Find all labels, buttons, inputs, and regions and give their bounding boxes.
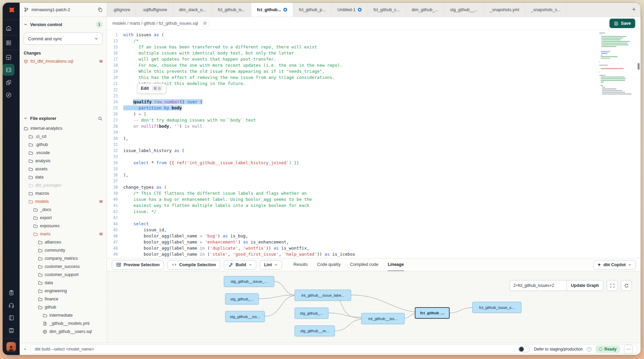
branch-selector[interactable]: mirnawong1-patch-2 [20,3,107,17]
windows-icon[interactable] [3,77,14,88]
tree-folder-item[interactable]: community [24,246,103,254]
code-line[interactable]: 1with issues as ( [107,32,641,38]
tree-folder-item[interactable]: customer_success [24,262,103,271]
headset-icon[interactable] [5,299,17,311]
tree-file-item[interactable]: _github__models.yml [24,319,103,328]
tree-folder-item[interactable]: finance [24,295,103,303]
code-line[interactable]: 44 select [107,221,641,227]
editor-tab[interactable]: stg_github__... [444,3,484,17]
stack-icon[interactable] [3,37,14,48]
code-line[interactable]: 49 boolor_agg(label_name in ('stale', 'g… [107,251,641,257]
storefront-icon[interactable] [5,324,17,336]
code-line[interactable]: 19 While this prevents the old issue fro… [107,68,641,75]
editor-tab[interactable]: .sqlfluffignore [136,3,173,17]
code-line[interactable]: 40 issue has a bug or enhancement label.… [107,196,641,203]
compass-icon[interactable] [3,89,14,101]
tree-folder-item[interactable]: engineering [24,287,103,295]
code-line[interactable]: 43 [107,215,641,221]
code-line[interactable]: 27 -- don't try deduping issues with no … [107,117,641,123]
changed-file-item[interactable]: fct_dbt_invocations.sql M [24,59,103,64]
tree-folder-item[interactable]: data [24,173,103,181]
lineage-node[interactable]: int_github__issue_labe... [295,290,351,301]
lineage-selector-input[interactable] [510,280,566,291]
code-line[interactable]: 47 boolor_agg(label_name = 'enhancement'… [107,239,641,245]
tree-folder-item[interactable]: dbt_packages [24,181,103,189]
tree-folder-item[interactable]: export [24,214,103,222]
editor-tab[interactable]: fct_github_c... [368,3,406,17]
refresh-icon[interactable] [621,280,632,291]
editor-tab[interactable]: .gitignore [107,3,136,17]
code-line[interactable]: 21 Let's revisit this modeling in the fu… [107,81,641,87]
code-line[interactable]: 38change_types as ( [107,184,641,190]
panel-tab-results[interactable]: Results [294,258,308,271]
code-line[interactable]: 34 select * from {{ ref('int_github__iss… [107,160,641,166]
editor-tab[interactable]: _snapshots_s... [525,3,567,17]
lineage-node[interactable]: stg_github__iss... [225,311,265,322]
code-line[interactable]: 32issue_label_history as ( [107,148,641,154]
home-icon[interactable] [3,22,14,34]
panel-tab-code-quality[interactable]: Code quality [317,258,341,271]
grid-icon[interactable] [3,51,14,63]
tree-folder-item[interactable]: alliances [24,238,103,246]
code-line[interactable]: 26 ) = 1 [107,111,641,117]
minimap[interactable] [599,33,635,144]
clipboard-icon[interactable] [5,287,17,298]
tree-folder-item[interactable]: internal-analytics [24,124,103,132]
dbt-copilot-button[interactable]: ✦ dbt Copilot [593,260,636,270]
tree-folder-item[interactable]: macros [24,189,103,197]
editor-tab[interactable]: fct_github... [251,3,293,17]
editor-tab[interactable]: dim_github_... [406,3,445,17]
code-line[interactable]: 22 [107,87,641,93]
code-line[interactable]: 18 For now, choose the one with more rec… [107,62,641,68]
tree-folder-item[interactable]: _docs [24,206,103,214]
chevron-up-icon[interactable] [23,347,27,351]
code-line[interactable]: 36), [107,172,641,178]
code-line[interactable]: 35 [107,166,641,172]
code-line[interactable]: 33 [107,154,641,160]
lint-button[interactable]: Lint [260,260,282,270]
tree-folder-item[interactable]: github [24,303,103,311]
code-line[interactable]: 13 /* [107,38,641,44]
lineage-node[interactable]: stg_github__issue_... [224,276,274,287]
tree-folder-item[interactable]: modelsM [24,197,103,206]
build-button[interactable]: Build [224,260,256,270]
editor-tab[interactable]: fct_github_p... [293,3,332,17]
code-ide-icon[interactable] [3,64,14,76]
dbt-logo[interactable] [5,5,17,17]
panel-tab-lineage[interactable]: Lineage [388,258,404,271]
code-line[interactable]: 42 issue. */ [107,209,641,215]
commit-and-sync-button[interactable]: Commit and sync [24,33,103,45]
code-line[interactable]: 23 [107,93,641,99]
lineage-node[interactable]: fct_github_... [415,307,450,319]
code-line[interactable]: 41 easiest way to flatten multiple label… [107,203,641,209]
search-icon[interactable] [98,116,103,121]
code-line[interactable]: 25······partition by body [107,105,641,111]
defer-toggle[interactable] [518,346,530,352]
new-tab-button[interactable]: + [627,3,641,17]
editor-tab[interactable]: fct_github_is... [212,3,251,17]
editor-tab[interactable]: _snapshots.yml [484,3,525,17]
tree-folder-item[interactable]: martsM [24,230,103,238]
tree-folder-item[interactable]: .vscode [24,149,103,157]
compile-selection-button[interactable]: Compile Selection [167,260,220,270]
copy-icon[interactable] [98,7,103,12]
editor-tab[interactable]: Untitled-1 [331,3,368,17]
code-line[interactable]: 39 /* This CTE flattens the different is… [107,190,641,196]
overflow-menu-button[interactable]: ⋯ [624,345,633,354]
chevron-down-icon[interactable] [24,23,27,26]
lineage-node[interactable]: stg_github_... [225,293,259,304]
command-input[interactable]: dbt build --select <model_name> [35,347,514,352]
tree-folder-item[interactable]: .github [24,141,103,149]
tree-folder-item[interactable]: .ci_cd [24,132,103,141]
code-line[interactable]: 28 or nullif(body, '') is null [107,123,641,129]
editor-scrollbar-thumb[interactable] [638,63,640,70]
preview-selection-button[interactable]: Preview Selection [112,260,164,270]
tree-folder-item[interactable]: data [24,279,103,287]
user-avatar[interactable] [6,342,16,352]
code-line[interactable]: 16 multiple issues with identical body t… [107,50,641,56]
tree-folder-item[interactable]: assets [24,165,103,173]
code-line[interactable]: 17 will get updates for events that happ… [107,56,641,62]
editor-tab[interactable]: dim_slack_u... [173,3,212,17]
tree-file-item[interactable]: dim_github__users.sql [24,328,103,336]
tree-folder-item[interactable]: company_metrics [24,254,103,262]
